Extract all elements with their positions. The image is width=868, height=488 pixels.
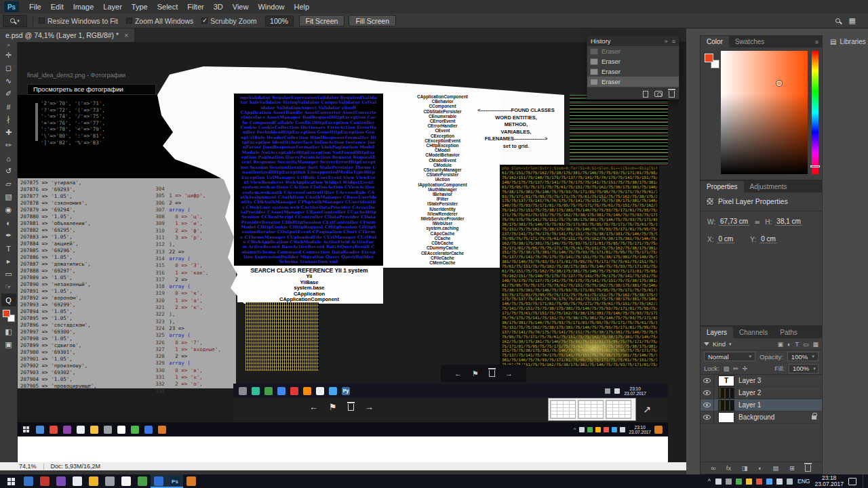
filter-smart-icon[interactable]: ▦ (812, 341, 818, 348)
tool-button[interactable]: ⌂ (1, 152, 16, 165)
zoom-action-button[interactable]: Fill Screen (349, 15, 396, 26)
lock-transparency-icon[interactable]: ▨ (724, 365, 730, 372)
layer-visibility-toggle[interactable] (701, 399, 714, 411)
layer-row[interactable]: Background (701, 411, 822, 424)
document-size[interactable]: Doc: 5,93M/16,2M (51, 463, 101, 470)
menu-item[interactable]: File (24, 0, 46, 14)
zoom-option-checkbox[interactable]: ✓ Resize Windows to Fit (39, 17, 118, 25)
filter-kind-dropdown[interactable]: Kind (713, 340, 726, 348)
tool-button[interactable]: ↺ (1, 165, 16, 178)
tab-adjustments[interactable]: Adjustments (744, 181, 793, 192)
panel-menu-icon[interactable]: ≡ (672, 38, 675, 45)
tool-button[interactable]: ☞ (1, 281, 16, 293)
layer-visibility-toggle[interactable] (701, 387, 714, 399)
filter-type-icon[interactable]: T (795, 341, 799, 348)
taskbar-app-button[interactable] (151, 474, 167, 488)
tool-button[interactable]: ◧ (1, 325, 16, 338)
delete-layer-icon[interactable] (805, 465, 811, 472)
filter-adjustment-icon[interactable]: ◐ (787, 341, 791, 348)
tab-color[interactable]: Color (701, 36, 729, 47)
lock-pixels-icon[interactable]: ✏ (733, 365, 738, 372)
foreground-color-swatch[interactable] (3, 310, 10, 317)
layer-row[interactable]: Layer 2 (701, 387, 822, 399)
history-state-row[interactable]: Eraser (587, 66, 679, 77)
layer-effects-icon[interactable]: fx (726, 464, 731, 472)
color-swatch-pair[interactable] (705, 54, 719, 68)
opacity-dropdown[interactable]: 100%▾ (787, 352, 818, 361)
document-canvas[interactable]: final_idea_dens2.png - Фотографии Просмо… (18, 42, 686, 462)
tool-button[interactable]: # (1, 100, 16, 113)
search-icon[interactable] (835, 18, 840, 23)
tool-button[interactable]: ▣ (1, 338, 16, 351)
history-state-row[interactable]: Eraser (587, 46, 679, 56)
tray-icon[interactable] (776, 479, 783, 485)
zoom-percent-field[interactable]: 100% (265, 16, 294, 26)
hue-slider-marker[interactable] (810, 165, 820, 167)
zoom-option-checkbox[interactable]: ✓ Scrubby Zoom (201, 17, 256, 25)
fill-dropdown[interactable]: 100%▾ (789, 364, 818, 373)
link-layers-icon[interactable]: ∞ (711, 464, 716, 472)
tab-channels[interactable]: Channels (733, 327, 774, 338)
tool-button[interactable]: T (1, 242, 16, 255)
layer-mask-icon[interactable]: ◨ (742, 464, 748, 472)
tool-button[interactable]: ✒ (1, 229, 16, 242)
tray-icon[interactable] (736, 479, 742, 485)
tool-button[interactable]: ▭ (1, 268, 16, 281)
workspace-icon[interactable]: ▦ (849, 16, 856, 25)
layer-visibility-toggle[interactable] (701, 411, 714, 423)
start-button[interactable] (3, 474, 19, 488)
tool-button[interactable]: Q (1, 293, 16, 306)
tray-caret-icon[interactable]: ^ (708, 478, 711, 485)
tool-button[interactable]: ▧ (1, 190, 16, 203)
new-document-from-state-icon[interactable] (643, 91, 648, 98)
width-value[interactable]: 67,73 cm (719, 218, 749, 226)
taskbar-app-button[interactable] (118, 474, 134, 488)
language-indicator[interactable]: ENG (797, 478, 810, 485)
blend-mode-dropdown[interactable]: Normal▾ (704, 352, 755, 361)
taskbar-clock[interactable]: 23:18 23.07.2017 (814, 475, 844, 487)
delete-state-icon[interactable] (669, 91, 675, 98)
show-desktop-button[interactable] (863, 474, 865, 488)
menu-item[interactable]: Type (127, 0, 153, 14)
tool-button[interactable]: ▸ (1, 255, 16, 268)
tool-button[interactable]: ▱ (1, 178, 16, 190)
y-value[interactable]: 0 cm (760, 235, 777, 243)
menu-item[interactable]: Filter (182, 0, 208, 14)
menu-item[interactable]: Help (290, 0, 315, 14)
adjustment-layer-icon[interactable]: ◐ (758, 464, 762, 472)
tray-icon[interactable] (787, 479, 793, 485)
tool-button[interactable]: ∤ (1, 113, 16, 126)
taskbar-app-button[interactable] (69, 474, 85, 488)
panel-menu-icon[interactable]: ≡ (815, 36, 822, 47)
collapse-icon[interactable]: » (665, 38, 668, 45)
menu-item[interactable]: 3D (209, 0, 228, 14)
x-value[interactable]: 0 cm (717, 235, 734, 243)
history-state-row[interactable]: Eraser (587, 56, 679, 66)
tool-button[interactable]: ✐ (1, 87, 16, 100)
taskbar-app-button[interactable] (134, 474, 151, 488)
menu-item[interactable]: View (228, 0, 254, 14)
taskbar-app-button[interactable] (53, 474, 69, 488)
tray-icon[interactable] (746, 479, 752, 485)
menu-item[interactable]: Select (153, 0, 183, 14)
foreground-background-swatches[interactable] (3, 310, 15, 322)
foreground-color-swatch[interactable] (705, 54, 713, 62)
layer-row[interactable]: T Layer 3 (701, 375, 822, 387)
zoom-level[interactable]: 74,1% (19, 463, 37, 470)
tab-swatches[interactable]: Swatches (729, 36, 770, 47)
tool-button[interactable]: ◉ (1, 203, 16, 216)
filter-pixel-icon[interactable]: ▣ (778, 341, 784, 348)
document-tab[interactable]: e.psd @ 74,1% (Layer 1, RGB/8#) * × (0, 28, 135, 42)
tool-button[interactable]: ◻ (1, 62, 16, 75)
menu-item[interactable]: Layer (98, 0, 127, 14)
filter-shape-icon[interactable]: ▭ (803, 341, 809, 348)
tool-button[interactable]: ✏ (1, 139, 16, 152)
tray-icon[interactable] (756, 479, 762, 485)
action-center-icon[interactable] (848, 478, 856, 485)
new-snapshot-icon[interactable] (654, 91, 663, 97)
history-state-row[interactable]: Eraser (587, 77, 679, 87)
menu-item[interactable]: Window (253, 0, 289, 14)
tray-icon[interactable] (726, 479, 732, 485)
tool-button[interactable]: ✚ (1, 126, 16, 139)
tray-icon[interactable] (766, 479, 772, 485)
